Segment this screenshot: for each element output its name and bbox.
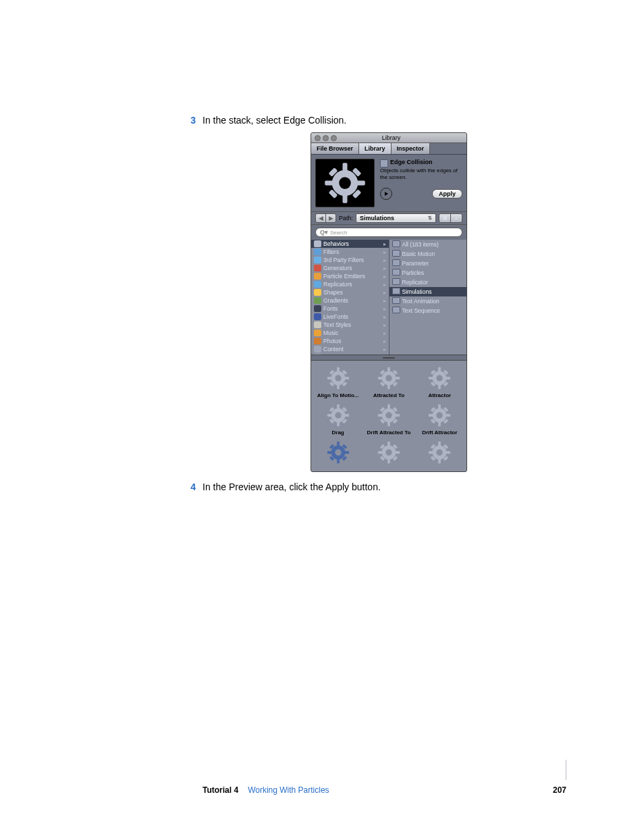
folder-row[interactable]: Text Animation [390,296,467,306]
category-row[interactable]: Shapes▸ [311,288,389,296]
svg-rect-94 [446,451,451,454]
gear-icon [376,402,402,428]
search-scope-icon: Q▾ [320,229,328,236]
svg-rect-51 [387,405,390,409]
folder-row[interactable]: Particles [390,268,467,278]
svg-rect-3 [325,181,333,186]
behavior-item[interactable]: Drag [313,400,363,438]
tab-inspector[interactable]: Inspector [392,143,431,154]
folder-row[interactable]: Basic Motion [390,249,467,259]
category-label: Generators [323,265,352,271]
svg-rect-24 [395,377,400,380]
pane-divider-handle[interactable] [311,355,466,361]
chevron-right-icon: ▸ [383,249,386,255]
item-label: Attractor [415,392,464,398]
content-area: 3 In the stack, select Edge Collision. L… [182,115,570,492]
chevron-right-icon: ▸ [383,265,386,271]
svg-point-69 [437,412,444,419]
folder-row[interactable]: Parameter [390,259,467,268]
folder-row[interactable]: All (183 items) [390,240,467,249]
folder-row[interactable]: Text Sequence [390,306,467,315]
nav-forward-button[interactable]: ▶ [325,214,336,222]
footer-rule [566,760,566,780]
svg-point-29 [385,375,392,382]
svg-rect-93 [429,451,433,454]
folder-column[interactable]: All (183 items)Basic MotionParameterPart… [389,240,467,355]
apply-button[interactable]: Apply [432,189,462,199]
category-row[interactable]: 3rd Party Filters▸ [311,256,389,264]
tab-file-browser[interactable]: File Browser [311,143,359,154]
items-grid[interactable]: Align To Motio...Attracted ToAttractorDr… [311,361,466,471]
category-row[interactable]: Particle Emitters▸ [311,272,389,280]
search-input[interactable]: Q▾ Search [315,228,462,237]
page-footer: Tutorial 4 Working With Particles 207 [0,785,644,795]
folder-icon [392,288,400,296]
step-number: 3 [182,115,196,126]
path-dropdown[interactable]: Simulations ⇅ [356,213,436,223]
behavior-item[interactable]: Attractor [414,363,465,400]
category-label: 3rd Party Filters [323,257,364,263]
close-icon[interactable] [315,135,321,141]
svg-rect-2 [343,195,348,203]
folder-label: Particles [402,269,425,276]
category-icon [314,257,321,263]
minimize-icon[interactable] [323,135,329,141]
category-row[interactable]: Behaviors▸ [311,240,389,248]
category-row[interactable]: Replicators▸ [311,280,389,288]
category-icon [314,289,321,296]
tab-library[interactable]: Library [359,143,392,154]
category-row[interactable]: Photos▸ [311,337,389,345]
svg-rect-14 [344,377,349,380]
category-row[interactable]: Gradients▸ [311,296,389,305]
svg-point-19 [335,375,342,382]
category-icon [314,281,321,288]
footer-chapter: Working With Particles [248,785,329,795]
category-row[interactable]: Generators▸ [311,264,389,272]
svg-rect-32 [438,385,441,390]
category-row[interactable]: LiveFonts▸ [311,313,389,321]
category-row[interactable]: Fonts▸ [311,305,389,313]
folder-label: All (183 items) [402,241,439,248]
svg-rect-53 [378,414,383,417]
category-label: Shapes [323,289,343,296]
category-row[interactable]: Content▸ [311,345,389,353]
svg-rect-83 [378,451,383,454]
step-3: 3 In the stack, select Edge Collision. [182,115,570,126]
behavior-item[interactable] [363,438,414,469]
nav-back-button[interactable]: ◀ [316,214,325,222]
behavior-item[interactable]: Drift Attractor [414,400,465,438]
play-button[interactable] [380,188,392,200]
item-label: Align To Motio... [313,392,363,398]
behavior-item[interactable] [414,438,465,469]
behavior-item[interactable] [313,438,363,469]
zoom-icon[interactable] [331,135,337,141]
folder-row[interactable]: Replicator [390,278,467,287]
category-icon [314,354,321,355]
folder-row[interactable]: Simulations [390,287,467,296]
behavior-item[interactable]: Align To Motio... [313,363,363,400]
svg-rect-71 [337,442,340,446]
behavior-item[interactable]: Drift Attracted To [363,400,414,438]
category-icon [314,346,321,353]
svg-rect-81 [387,442,390,446]
svg-rect-22 [387,385,390,390]
category-row[interactable]: Text Styles▸ [311,321,389,329]
category-column[interactable]: Behaviors▸Filters▸3rd Party Filters▸Gene… [311,240,389,355]
category-icon [314,313,321,320]
page: 3 In the stack, select Edge Collision. L… [0,0,644,834]
category-row[interactable]: Music▸ [311,329,389,337]
svg-point-79 [335,449,342,456]
nav-segment: ◀ ▶ [315,213,336,223]
behavior-item[interactable]: Attracted To [363,363,414,400]
folder-icon [392,297,400,305]
view-icons-button[interactable]: ▦ [439,214,450,222]
svg-rect-1 [343,163,348,171]
svg-rect-11 [337,367,340,372]
gear-icon [325,440,351,465]
category-row[interactable]: Favorites▸ [311,353,389,355]
svg-rect-61 [438,405,441,409]
chevron-right-icon: ▸ [383,355,386,355]
category-row[interactable]: Filters▸ [311,248,389,256]
category-label: Filters [323,249,339,255]
view-list-button[interactable]: ≡ [450,214,462,222]
